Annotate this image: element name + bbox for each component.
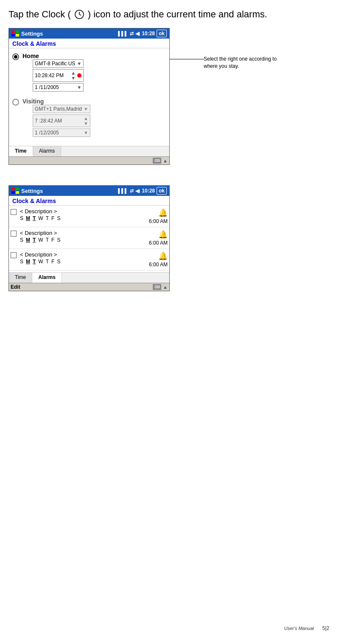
intro-text-before: Tap the Clock ( (8, 9, 71, 20)
visiting-fields: GMT+1 Paris,Madrid ▼ 7 :28:42 AM ▲ ▼ (33, 105, 90, 137)
alarm3-day-S1: S (20, 259, 23, 265)
screen1-body: Home GMT-8 Pacific US ▼ 10:28:42 PM ▲ ▼ (9, 48, 169, 144)
visiting-time-field[interactable]: 7 :28:42 AM ▲ ▼ (33, 114, 90, 127)
home-row[interactable]: Home GMT-8 Pacific US ▼ 10:28:42 PM ▲ ▼ (12, 51, 166, 95)
screen2: Settings ▌▌▌ ⇄ ◀) 10:28 ok Clock & Alarm… (8, 185, 170, 291)
separator (8, 173, 334, 185)
visiting-time-value: 7 :28:42 AM (35, 118, 82, 124)
titlebar2-appname: Settings (21, 188, 43, 194)
visiting-timezone-field[interactable]: GMT+1 Paris,Madrid ▼ (33, 105, 90, 113)
sync-icon: ⇄ (130, 31, 134, 36)
tabbar1: Time Alarms (9, 146, 169, 156)
home-label: Home (22, 53, 84, 59)
home-timezone-arrow: ▼ (77, 61, 81, 66)
visiting-timezone-value: GMT+1 Paris,Madrid (35, 106, 82, 112)
svg-rect-8 (16, 191, 19, 194)
visiting-date-arrow: ▼ (84, 130, 88, 135)
alarm1-day-M: M (26, 215, 30, 221)
alarm2-day-F: F (51, 237, 54, 243)
alarm2-day-T2: T (46, 237, 49, 243)
time-display: 10:28 (142, 31, 155, 36)
visiting-timezone-arrow: ▼ (84, 106, 88, 112)
scroll-up-arrow1[interactable]: ▲ (163, 158, 168, 163)
tabbar2: Time Alarms (9, 272, 169, 283)
alarm3-checkbox[interactable] (11, 252, 17, 258)
red-dot-indicator (77, 73, 81, 78)
signal-icon: ▌▌▌ (118, 31, 128, 36)
visiting-radio[interactable] (12, 99, 19, 106)
alarm1-day-T1: T (33, 215, 36, 221)
bottombar1: ⌨ ▲ (9, 156, 169, 164)
ok-button2[interactable]: ok (157, 187, 167, 195)
ok-button1[interactable]: ok (157, 30, 167, 37)
visiting-row[interactable]: Visiting GMT+1 Paris,Madrid ▼ 7 :28:42 A… (12, 96, 166, 140)
home-date-value: 1 /11/2005 (35, 84, 75, 90)
alarm1-checkbox[interactable] (11, 209, 17, 215)
alarm3-day-M: M (26, 259, 30, 265)
alarm3-details: < Description > S M T W T F S (20, 251, 149, 265)
alarm2-day-W: W (38, 237, 43, 243)
signal-icon2: ▌▌▌ (118, 188, 128, 193)
section-title1: Clock & Alarms (9, 39, 169, 48)
alarm3-day-T2: T (46, 259, 49, 265)
alarm3-day-T1: T (33, 259, 36, 265)
home-fields: GMT-8 Pacific US ▼ 10:28:42 PM ▲ ▼ (33, 59, 84, 92)
alarm-row-1[interactable]: < Description > S M T W T F S 🔔 (9, 206, 169, 227)
alarm1-day-F: F (51, 215, 54, 221)
edit-button[interactable]: Edit (11, 284, 20, 290)
home-radio[interactable] (12, 53, 19, 60)
tab-alarms1[interactable]: Alarms (33, 146, 61, 156)
screen1-wrapper: Settings ▌▌▌ ⇄ ◀) 10:28 ok Clock & Alarm… (8, 28, 170, 173)
home-time-value: 10:28:42 PM (35, 72, 69, 78)
annotation-line (170, 59, 204, 59)
home-timezone-field[interactable]: GMT-8 Pacific US ▼ (33, 59, 84, 68)
intro-text: Tap the Clock ( ) icon to adjust the cur… (8, 8, 334, 20)
volume-icon: ◀) (135, 31, 140, 36)
alarm1-time: 6:00 AM (149, 218, 168, 224)
tab-alarms2[interactable]: Alarms (32, 273, 62, 283)
alarm1-day-S1: S (20, 215, 23, 221)
alarms-body: < Description > S M T W T F S 🔔 (9, 206, 169, 270)
alarm2-checkbox[interactable] (11, 231, 17, 237)
page-number: 5|2 (322, 625, 329, 631)
alarm3-days: S M T W T F S (20, 259, 149, 265)
alarm1-days: S M T W T F S (20, 215, 149, 221)
alarm2-bell-icon: 🔔 (158, 230, 168, 239)
home-timezone-value: GMT-8 Pacific US (35, 61, 75, 67)
clock-icon (73, 8, 85, 20)
alarm1-day-T2: T (46, 215, 49, 221)
titlebar1-appname: Settings (21, 31, 43, 37)
annotation-text: Select the right one according to where … (204, 56, 289, 70)
svg-rect-5 (11, 188, 15, 190)
keyboard-icon2[interactable]: ⌨ (153, 284, 161, 290)
alarm2-day-S1: S (20, 237, 23, 243)
annotation-container: Select the right one according to where … (170, 56, 289, 70)
time-display2: 10:28 (142, 188, 155, 194)
alarm3-day-S2: S (57, 259, 60, 265)
alarm3-bell-icon: 🔔 (158, 251, 168, 261)
scroll-up-arrow2[interactable]: ▲ (163, 284, 168, 290)
tab-time2[interactable]: Time (9, 273, 32, 283)
visiting-date-field[interactable]: 1 /12/2005 ▼ (33, 128, 90, 137)
volume-icon2: ◀) (135, 188, 140, 194)
home-date-field[interactable]: 1 /11/2005 ▼ (33, 83, 84, 92)
bottombar2-right: ⌨ ▲ (153, 284, 168, 290)
windows-flag-icon2 (11, 188, 19, 194)
alarm1-details: < Description > S M T W T F S (20, 208, 149, 221)
svg-rect-6 (16, 188, 19, 190)
svg-rect-3 (11, 34, 15, 36)
alarm-row-3[interactable]: < Description > S M T W T F S 🔔 (9, 249, 169, 270)
alarm1-day-S2: S (57, 215, 60, 221)
alarm2-day-M: M (26, 237, 30, 243)
titlebar1-left: Settings (11, 31, 43, 37)
section-title2: Clock & Alarms (9, 196, 169, 206)
keyboard-icon1[interactable]: ⌨ (153, 158, 161, 164)
footer: User's Manual 5|2 (284, 625, 329, 631)
bottombar1-right: ⌨ ▲ (153, 158, 168, 164)
alarm-row-2[interactable]: < Description > S M T W T F S 🔔 (9, 227, 169, 249)
home-time-field[interactable]: 10:28:42 PM ▲ ▼ (33, 69, 84, 82)
sync-icon2: ⇄ (130, 188, 134, 194)
alarm2-description: < Description > (20, 230, 149, 236)
alarm3-right: 🔔 6:00 AM (149, 251, 168, 268)
tab-time1[interactable]: Time (9, 146, 33, 156)
